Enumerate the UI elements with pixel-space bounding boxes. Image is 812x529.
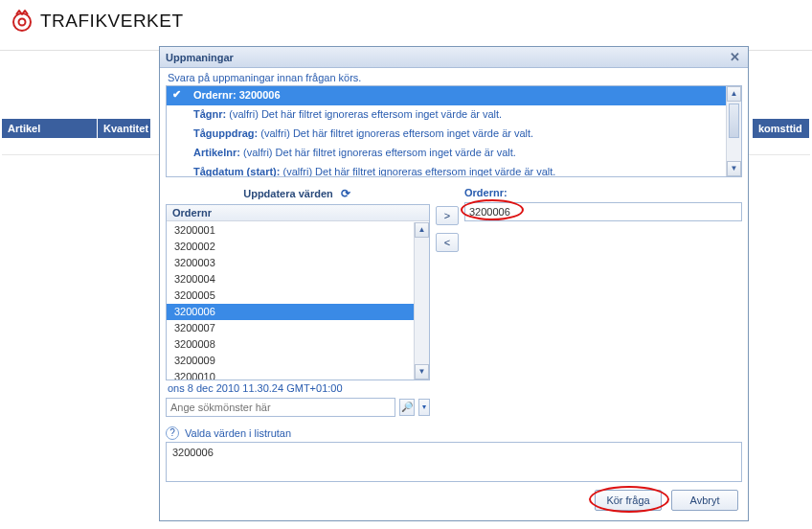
list-item[interactable]: 3200009	[167, 353, 414, 369]
list-item[interactable]: 3200006	[167, 304, 414, 320]
scroll-down-icon[interactable]: ▼	[727, 161, 741, 176]
run-query-button[interactable]: Kör fråga	[595, 490, 662, 511]
dialog-footer: Kör fråga Avbryt	[160, 482, 748, 520]
target-panel: Ordernr:	[464, 185, 742, 221]
brand-name: TRAFIKVERKET	[40, 11, 184, 32]
prompt-desc: (valfri) Det här filtret ignoreras efter…	[229, 108, 502, 120]
values-panel: Uppdatera värden ⟳ Ordernr 3200001320000…	[166, 185, 430, 417]
page-header: TRAFIKVERKET	[0, 0, 812, 51]
prompt-item[interactable]: Artikelnr: (valfri) Det här filtret igno…	[167, 144, 726, 163]
prompt-field: Artikelnr:	[193, 147, 240, 158]
binoculars-icon[interactable]: 🔎	[399, 399, 415, 416]
col-komsttid: komsttid	[753, 119, 810, 138]
svg-point-1	[19, 19, 26, 26]
ordernr-input[interactable]	[464, 202, 742, 221]
prompt-item[interactable]: Tåguppdrag: (valfri) Det här filtret ign…	[167, 125, 726, 144]
col-kvantitet: Kvantitet	[98, 119, 151, 138]
mid-panel: Uppdatera värden ⟳ Ordernr 3200001320000…	[166, 185, 742, 417]
scroll-up-icon[interactable]: ▲	[415, 222, 429, 238]
list-item[interactable]: 3200003	[167, 255, 414, 271]
prompts-dialog: Uppmaningar ✕ Svara på uppmaningar innan…	[159, 46, 749, 521]
brand-logo: TRAFIKVERKET	[10, 8, 184, 34]
update-values-label: Uppdatera värden	[243, 188, 333, 199]
prompt-desc: (valfri) Det här filtret ignoreras efter…	[283, 166, 556, 176]
search-dropdown-icon[interactable]: ▾	[418, 399, 430, 416]
dialog-title-text: Uppmaningar	[166, 52, 234, 63]
prompt-desc: (valfri) Det här filtret ignoreras efter…	[243, 147, 516, 158]
list-item[interactable]: 3200002	[167, 239, 414, 255]
selected-values-box[interactable]: 3200006	[166, 442, 742, 482]
dialog-subtitle: Svara på uppmaningar innan frågan körs.	[160, 68, 748, 85]
prompt-desc: (valfri) Det här filtret ignoreras efter…	[260, 127, 533, 139]
prompt-field: Tågdatum (start):	[193, 166, 280, 176]
list-item[interactable]: 3200007	[167, 320, 414, 336]
col-artikel: Artikel	[2, 119, 98, 138]
values-timestamp: ons 8 dec 2010 11.30.24 GMT+01:00	[166, 380, 430, 396]
list-item[interactable]: 3200008	[167, 336, 414, 353]
prompt-scrollbar[interactable]: ▲ ▼	[726, 86, 741, 176]
prompt-field: Tåguppdrag:	[193, 127, 258, 139]
move-left-button[interactable]: <	[436, 233, 459, 252]
prompt-value: 3200006	[239, 89, 281, 101]
svg-point-0	[13, 13, 31, 31]
dialog-titlebar[interactable]: Uppmaningar ✕	[160, 47, 748, 68]
cancel-button[interactable]: Avbryt	[671, 490, 738, 511]
scroll-down-icon[interactable]: ▼	[415, 364, 429, 380]
crown-icon	[10, 8, 34, 34]
list-item[interactable]: 3200005	[167, 288, 414, 304]
search-input[interactable]	[166, 398, 395, 417]
target-label: Ordernr:	[464, 185, 742, 202]
search-row: 🔎 ▾	[166, 398, 430, 417]
prompt-item[interactable]: Ordernr: 3200006	[167, 86, 726, 105]
scroll-thumb[interactable]	[729, 104, 739, 138]
list-item[interactable]: 3200001	[167, 222, 414, 239]
scroll-up-icon[interactable]: ▲	[727, 86, 741, 102]
selected-values-text: 3200006	[172, 447, 214, 458]
selected-values-label: Valda värden i listrutan	[185, 427, 291, 439]
prompt-field: Tågnr:	[193, 108, 226, 120]
prompt-item[interactable]: Tågdatum (start): (valfri) Det här filtr…	[167, 163, 726, 176]
list-item[interactable]: 3200010	[167, 369, 414, 380]
prompt-list: Ordernr: 3200006Tågnr: (valfri) Det här …	[166, 85, 742, 177]
close-icon[interactable]: ✕	[728, 50, 742, 64]
prompt-item[interactable]: Tågnr: (valfri) Det här filtret ignorera…	[167, 105, 726, 125]
help-icon[interactable]: ?	[166, 426, 179, 440]
prompt-field: Ordernr:	[193, 89, 237, 101]
selected-values-header: ? Valda värden i listrutan	[166, 426, 742, 440]
list-item[interactable]: 3200004	[167, 271, 414, 288]
transfer-arrows: > <	[436, 185, 459, 252]
refresh-icon[interactable]: ⟳	[339, 187, 352, 200]
values-scrollbar[interactable]: ▲ ▼	[414, 222, 429, 380]
update-values-header[interactable]: Uppdatera värden ⟳	[166, 185, 430, 204]
values-col-header[interactable]: Ordernr	[167, 205, 429, 221]
move-right-button[interactable]: >	[436, 206, 459, 225]
values-list: Ordernr 32000013200002320000332000043200…	[166, 204, 430, 380]
